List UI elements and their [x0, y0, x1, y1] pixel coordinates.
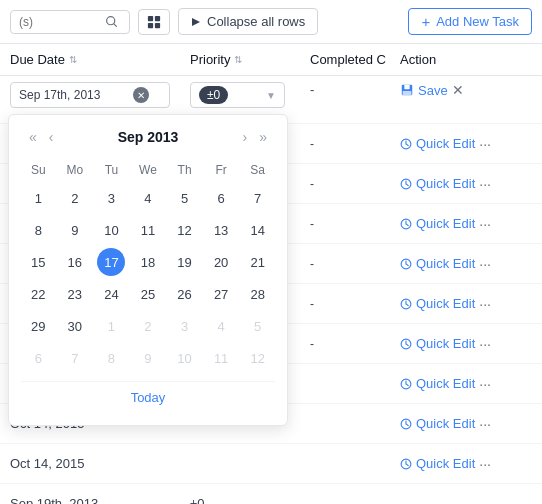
collapse-all-button[interactable]: Collapse all rows: [178, 8, 318, 35]
collapse-label: Collapse all rows: [207, 14, 305, 29]
row-completed-2: -: [310, 217, 400, 231]
dow-su: Su: [21, 159, 56, 181]
row-completed-5: -: [310, 337, 400, 351]
quick-edit-button-0[interactable]: Quick Edit: [400, 136, 475, 151]
today-button[interactable]: Today: [21, 381, 275, 413]
more-options-button-0[interactable]: ···: [479, 136, 491, 152]
svg-rect-5: [155, 22, 160, 27]
cal-day-14[interactable]: 14: [244, 216, 272, 244]
cal-day-8[interactable]: 8: [24, 216, 52, 244]
date-input[interactable]: [19, 88, 129, 102]
quick-edit-button-8[interactable]: Quick Edit: [400, 456, 475, 471]
cal-day-9[interactable]: 9: [61, 216, 89, 244]
action-header: Action: [400, 52, 542, 67]
cal-day-30[interactable]: 30: [61, 312, 89, 340]
cal-day-6[interactable]: 6: [207, 184, 235, 212]
grid-icon: [147, 15, 161, 29]
quick-edit-button-4[interactable]: Quick Edit: [400, 296, 475, 311]
next-year-button[interactable]: »: [255, 127, 271, 147]
cal-day-13[interactable]: 13: [207, 216, 235, 244]
cal-day-1[interactable]: 1: [24, 184, 52, 212]
more-options-button-8[interactable]: ···: [479, 456, 491, 472]
add-new-task-button[interactable]: + Add New Task: [408, 8, 532, 35]
clear-date-button[interactable]: ✕: [133, 87, 149, 103]
more-options-button-2[interactable]: ···: [479, 216, 491, 232]
row-action-6: Quick Edit ···: [400, 376, 542, 392]
cal-day-2[interactable]: 2: [61, 184, 89, 212]
quick-edit-label: Quick Edit: [416, 376, 475, 391]
footer-priority-1: ±0: [190, 496, 310, 504]
cal-day-21[interactable]: 21: [244, 248, 272, 276]
cal-day-22[interactable]: 22: [24, 280, 52, 308]
cal-day-4[interactable]: 4: [134, 184, 162, 212]
svg-rect-9: [403, 91, 412, 95]
due-sort-icon[interactable]: ⇅: [69, 54, 77, 65]
quick-edit-button-1[interactable]: Quick Edit: [400, 176, 475, 191]
dow-fr: Fr: [204, 159, 239, 181]
priority-sort-icon[interactable]: ⇅: [234, 54, 242, 65]
prev-year-button[interactable]: «: [25, 127, 41, 147]
completed-header: Completed C: [310, 52, 400, 67]
clock-icon: [400, 458, 412, 470]
more-options-button-4[interactable]: ···: [479, 296, 491, 312]
cal-day-oct-8: 8: [97, 344, 125, 372]
search-button[interactable]: [105, 15, 118, 28]
quick-edit-button-6[interactable]: Quick Edit: [400, 376, 475, 391]
cal-day-17[interactable]: 17: [97, 248, 125, 276]
quick-edit-button-5[interactable]: Quick Edit: [400, 336, 475, 351]
svg-rect-3: [155, 15, 160, 20]
cal-day-oct-3: 3: [171, 312, 199, 340]
cal-day-19[interactable]: 19: [171, 248, 199, 276]
grid-layout-button[interactable]: [138, 9, 170, 35]
quick-edit-button-2[interactable]: Quick Edit: [400, 216, 475, 231]
quick-edit-button-7[interactable]: Quick Edit: [400, 416, 475, 431]
cal-day-11[interactable]: 11: [134, 216, 162, 244]
cal-day-28[interactable]: 28: [244, 280, 272, 308]
cal-day-27[interactable]: 27: [207, 280, 235, 308]
cal-day-24[interactable]: 24: [97, 280, 125, 308]
more-options-button-5[interactable]: ···: [479, 336, 491, 352]
editing-completed-cell: -: [310, 82, 400, 97]
cal-day-oct-7: 7: [61, 344, 89, 372]
more-options-button-1[interactable]: ···: [479, 176, 491, 192]
table-row: Oct 14, 2015 Quick Edit ···: [0, 444, 542, 484]
quick-edit-label: Quick Edit: [416, 256, 475, 271]
cal-day-oct-4: 4: [207, 312, 235, 340]
cal-day-oct-12: 12: [244, 344, 272, 372]
cal-day-12[interactable]: 12: [171, 216, 199, 244]
date-input-wrap[interactable]: ✕: [10, 82, 170, 108]
more-options-button-3[interactable]: ···: [479, 256, 491, 272]
search-input[interactable]: [19, 15, 99, 29]
cal-day-26[interactable]: 26: [171, 280, 199, 308]
row-action-7: Quick Edit ···: [400, 416, 542, 432]
quick-edit-button-3[interactable]: Quick Edit: [400, 256, 475, 271]
cal-day-20[interactable]: 20: [207, 248, 235, 276]
cal-day-16[interactable]: 16: [61, 248, 89, 276]
quick-edit-label: Quick Edit: [416, 456, 475, 471]
cal-day-oct-2: 2: [134, 312, 162, 340]
editing-priority-cell: ±0 ▼: [190, 82, 310, 108]
row-action-3: Quick Edit ···: [400, 256, 542, 272]
search-icon: [105, 15, 118, 28]
save-label: Save: [418, 83, 448, 98]
cal-day-oct-5: 5: [244, 312, 272, 340]
cal-day-oct-6: 6: [24, 344, 52, 372]
cal-day-25[interactable]: 25: [134, 280, 162, 308]
prev-month-button[interactable]: ‹: [45, 127, 58, 147]
cal-day-15[interactable]: 15: [24, 248, 52, 276]
dow-sa: Sa: [240, 159, 275, 181]
more-options-button-6[interactable]: ···: [479, 376, 491, 392]
more-options-button-7[interactable]: ···: [479, 416, 491, 432]
add-label: Add New Task: [436, 14, 519, 29]
next-month-button[interactable]: ›: [239, 127, 252, 147]
cal-day-7[interactable]: 7: [244, 184, 272, 212]
cal-day-3[interactable]: 3: [97, 184, 125, 212]
cal-day-10[interactable]: 10: [97, 216, 125, 244]
cal-day-5[interactable]: 5: [171, 184, 199, 212]
cal-day-23[interactable]: 23: [61, 280, 89, 308]
priority-dropdown[interactable]: ±0 ▼: [190, 82, 285, 108]
cal-day-29[interactable]: 29: [24, 312, 52, 340]
cal-day-18[interactable]: 18: [134, 248, 162, 276]
save-button[interactable]: Save: [400, 83, 448, 98]
cancel-button[interactable]: ✕: [452, 82, 464, 98]
